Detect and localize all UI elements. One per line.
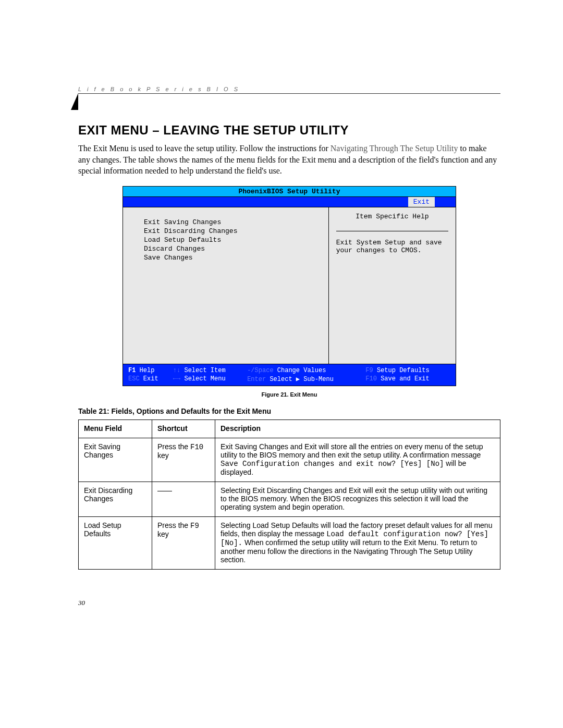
bios-footer: F1 Help ↑↓ Select Item -/Space Change Va… (123, 364, 456, 386)
bios-menuitem: Load Setup Defaults (144, 236, 318, 244)
cell-field: Exit Saving Changes (79, 438, 152, 482)
intro-link: Navigating Through The Setup Utility (331, 144, 458, 153)
bios-key: Enter (247, 376, 266, 383)
bios-key: F9 (365, 367, 373, 374)
bios-screenshot: PhoenixBIOS Setup Utility Exit Exit Savi… (123, 186, 456, 386)
bios-key-label: Save and Exit (381, 375, 430, 382)
bios-menuitem: Discard Changes (144, 244, 318, 253)
table-row: Load Setup Defaults Press the F9 key Sel… (79, 516, 500, 569)
cell-shortcut: —— (152, 482, 215, 516)
bios-key-label: Exit (143, 375, 158, 382)
bios-key: ←→ (173, 375, 180, 382)
desc-code: Save Configuration changes and exit now?… (221, 460, 444, 468)
table-row: Exit Discarding Changes —— Selecting Exi… (79, 482, 500, 516)
intro-paragraph: The Exit Menu is used to leave the setup… (78, 143, 500, 177)
desc-pre: Exit Saving Changes and Exit will store … (221, 442, 483, 459)
bios-key-label: Help (140, 367, 155, 374)
cell-field: Exit Discarding Changes (79, 482, 152, 516)
shortcut-pre: Press the (157, 442, 190, 451)
fields-table: Menu Field Shortcut Description Exit Sav… (78, 419, 500, 570)
bios-tab-exit: Exit (408, 197, 435, 207)
bios-help-title: Item Specific Help (336, 213, 448, 231)
cell-shortcut: Press the F9 key (152, 516, 215, 569)
bios-key: ESC (128, 375, 140, 382)
document-page: L i f e B o o k P S e r i e s B I O S EX… (0, 0, 563, 638)
col-header: Menu Field (79, 419, 152, 438)
bios-menu-pane: Exit Saving Changes Exit Discarding Chan… (123, 207, 329, 364)
bios-menuitem: Save Changes (144, 253, 318, 262)
desc-post2: section. (221, 556, 246, 564)
table-row: Exit Saving Changes Press the F10 key Ex… (79, 438, 500, 482)
bios-key: ↑↓ (173, 367, 180, 374)
intro-pre: The Exit Menu is used to leave the setup… (78, 144, 331, 153)
bios-help-text: Exit System Setup and save your changes … (336, 239, 448, 254)
bios-menuitem: Exit Saving Changes (144, 218, 318, 227)
desc-link: Navigating Through The Setup Utility (353, 547, 472, 556)
cell-description: Selecting Exit Discarding Changes and Ex… (215, 482, 500, 516)
table-title: Table 21: Fields, Options and Defaults f… (78, 407, 500, 415)
cell-description: Exit Saving Changes and Exit will store … (215, 438, 500, 482)
bios-key: -/Space (247, 367, 273, 374)
figure-caption: Figure 21. Exit Menu (78, 391, 500, 398)
bios-key-label: Setup Defaults (377, 367, 430, 374)
running-header: L i f e B o o k P S e r i e s B I O S (78, 86, 500, 94)
bios-key-label: Select Item (184, 367, 225, 374)
header-text: L i f e B o o k P S e r i e s B I O S (78, 86, 240, 92)
bios-titlebar: PhoenixBIOS Setup Utility (123, 187, 456, 197)
shortcut-post: key (157, 530, 169, 538)
page-number: 30 (78, 599, 500, 607)
header-tab-mark (71, 93, 78, 110)
cell-description: Selecting Load Setup Defaults will load … (215, 516, 500, 569)
bios-key-label: Select Menu (184, 375, 225, 382)
bios-key: F1 (128, 367, 136, 374)
shortcut-post: key (157, 451, 169, 460)
shortcut-pre: Press the (157, 521, 190, 529)
cell-field: Load Setup Defaults (79, 516, 152, 569)
bios-menuitem: Exit Discarding Changes (144, 227, 318, 236)
bios-tab-bar: Exit (123, 197, 456, 207)
bios-help-pane: Item Specific Help Exit System Setup and… (329, 207, 456, 364)
shortcut-key: F9 (190, 522, 199, 530)
page-title: EXIT MENU – LEAVING THE SETUP UTILITY (78, 123, 500, 138)
col-header: Description (215, 419, 500, 438)
shortcut-key: F10 (190, 443, 203, 451)
bios-key-label: Select ▶ Sub-Menu (270, 376, 333, 383)
col-header: Shortcut (152, 419, 215, 438)
bios-key: F10 (365, 375, 377, 382)
bios-key-label: Change Values (277, 367, 326, 374)
cell-shortcut: Press the F10 key (152, 438, 215, 482)
